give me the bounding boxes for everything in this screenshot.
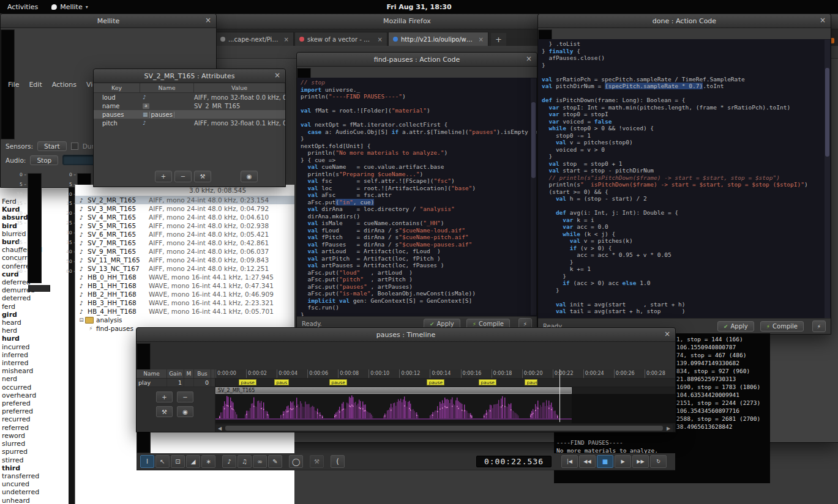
- dump-checkbox[interactable]: [71, 143, 78, 150]
- audio-file-row[interactable]: ♪HB_1_HH_T168WAVE, mono 16-int 44.1 kHz,…: [75, 281, 294, 290]
- column-header-key[interactable]: Key: [94, 83, 140, 92]
- close-icon[interactable]: ×: [378, 36, 383, 43]
- pause-marker[interactable]: paus: [525, 379, 537, 385]
- timeline-title-bar[interactable]: pauses : Timeline ×: [137, 328, 675, 342]
- wrench-icon[interactable]: ⚒: [156, 406, 173, 417]
- fast-forward-icon[interactable]: ▶▶: [632, 455, 649, 468]
- bolt-icon[interactable]: ⚡: [812, 321, 826, 332]
- patch-tool-icon[interactable]: ∞: [253, 455, 267, 468]
- text-tool-icon[interactable]: I: [140, 455, 154, 468]
- browser-tab[interactable]: http://v21.io/oulipo/word×: [388, 32, 488, 46]
- track-bus[interactable]: 0: [194, 379, 211, 387]
- audio-file-row[interactable]: ♪SV_11_MR_T165AIFF, mono 24-int 48.0 kHz…: [75, 256, 294, 264]
- mellite-menu-edit[interactable]: Edit: [24, 80, 47, 89]
- audio-file-row[interactable]: ♪HB_0_HH_T168WAVE, mono 16-int 44.1 kHz,…: [75, 273, 294, 281]
- wrench-icon[interactable]: ⚒: [194, 171, 211, 182]
- expander-icon[interactable]: ⊟: [78, 317, 85, 323]
- audio-file-row[interactable]: ♪HB_2_HH_T168WAVE, mono 16-int 44.1 kHz,…: [75, 290, 294, 298]
- pause-marker[interactable]: pause: [427, 379, 444, 385]
- audio-file-row[interactable]: ♪SV_7_MR_T165AIFF, mono 24-int 48.0 kHz,…: [75, 239, 294, 247]
- audio-file-row[interactable]: ♪SV_4_MR_T165AIFF, mono 24-int 48.0 kHz,…: [75, 213, 294, 221]
- playhead[interactable]: [559, 369, 560, 422]
- wrench-icon[interactable]: ⚒: [310, 455, 324, 468]
- close-icon[interactable]: ×: [284, 36, 289, 43]
- mute-tool-icon[interactable]: ♪: [222, 455, 236, 468]
- audio-file-row[interactable]: ♪SV_9_MR_T165AIFF, mono 24-int 48.0 kHz,…: [75, 247, 294, 256]
- audio-file-row[interactable]: ♪SV_3_MR_T165AIFF, mono 24-int 48.0 kHz,…: [75, 204, 294, 213]
- done-title-bar[interactable]: done : Action Code ×: [538, 14, 831, 28]
- scroll-left-icon[interactable]: ◀: [215, 426, 224, 431]
- pointer-tool-icon[interactable]: ↖: [155, 455, 170, 468]
- scrollbar-thumb[interactable]: [531, 102, 536, 178]
- audition-tool-icon[interactable]: ♫: [238, 455, 252, 468]
- audio-region[interactable]: SV_2_MR_T165: [215, 387, 572, 394]
- scrollbar-thumb[interactable]: [825, 68, 829, 157]
- audio-file-row[interactable]: ♪SV_6_MR_T165AIFF, mono 24-int 48.0 kHz,…: [75, 230, 294, 239]
- marker-lane[interactable]: pausepauspausepausepausepaus: [215, 379, 675, 387]
- attributes-title-bar[interactable]: SV_2_MR_T165 : Attributes ×: [94, 69, 285, 83]
- pause-marker[interactable]: pause: [239, 379, 256, 385]
- audio-stop-button[interactable]: Stop: [30, 155, 58, 165]
- skip-start-icon[interactable]: |◀: [561, 455, 578, 468]
- add-attribute-button[interactable]: +: [155, 171, 172, 182]
- close-icon[interactable]: ×: [274, 71, 280, 80]
- audio-file-row[interactable]: ♪SV_5_MR_T165AIFF, mono 24-int 48.0 kHz,…: [75, 221, 294, 230]
- remove-attribute-button[interactable]: −: [174, 171, 192, 182]
- audio-file-row[interactable]: ♪HB_3_HH_T168WAVE, mono 16-int 44.1 kHz,…: [75, 298, 294, 307]
- close-icon[interactable]: ×: [479, 36, 484, 43]
- new-tab-button[interactable]: +: [491, 33, 506, 46]
- track-mute[interactable]: [184, 379, 194, 387]
- scroll-right-icon[interactable]: ▶: [664, 426, 673, 431]
- tree-item-analysis[interactable]: ⊟analysis: [75, 316, 294, 324]
- column-header-gain[interactable]: Gain: [167, 369, 184, 378]
- timeline-canvas-area[interactable]: 0:00:000:00:020:00:040:00:060:00:080:00:…: [215, 369, 675, 432]
- clock[interactable]: Fri Aug 31, 18:30: [386, 3, 451, 11]
- audio-boost-toggle[interactable]: [62, 155, 95, 165]
- close-icon[interactable]: ×: [526, 54, 532, 63]
- column-header-bus[interactable]: Bus: [194, 369, 211, 378]
- column-header-mute[interactable]: M: [184, 369, 194, 378]
- gain-tool-icon[interactable]: ∗: [201, 455, 215, 468]
- track-gain[interactable]: 1: [167, 379, 184, 387]
- fade-tool-icon[interactable]: ◢: [186, 455, 200, 468]
- find-pauses-title-bar[interactable]: find-pauses : Action Code ×: [297, 53, 537, 67]
- open-paren-icon[interactable]: (: [331, 455, 345, 468]
- scrollbar[interactable]: [825, 40, 830, 318]
- time-ruler[interactable]: 0:00:000:00:020:00:040:00:060:00:080:00:…: [215, 369, 675, 379]
- pause-marker[interactable]: pause: [329, 379, 347, 385]
- meter-gain-slider[interactable]: [28, 285, 50, 292]
- horizontal-scrollbar[interactable]: ◀ ▶: [215, 424, 673, 432]
- remove-track-button[interactable]: −: [177, 391, 193, 402]
- sensors-start-button[interactable]: Start: [37, 141, 67, 151]
- attribute-row[interactable]: pauses▦pauses: [94, 110, 285, 119]
- activities-button[interactable]: Activities: [0, 3, 45, 11]
- stop-icon[interactable]: ■: [597, 455, 613, 468]
- close-icon[interactable]: ×: [820, 16, 826, 24]
- column-header-name[interactable]: Name: [137, 369, 167, 378]
- sonogram-lane[interactable]: [215, 394, 675, 423]
- compile-button[interactable]: ⚡Compile: [760, 321, 804, 332]
- attribute-row[interactable]: nameaSV_2_MR_T165: [94, 102, 285, 110]
- track-row[interactable]: play 1 0: [137, 379, 215, 387]
- attribute-row[interactable]: loud♪AIFF, mono 32-float 0.0 kHz, 0:…: [94, 93, 285, 102]
- audio-file-row[interactable]: ♪SV_2_MR_T165AIFF, mono 24-int 48.0 kHz,…: [75, 196, 294, 204]
- attribute-row[interactable]: pitch♪AIFF, mono 32-float 0.1 kHz, 0…: [94, 119, 285, 127]
- track-name[interactable]: play: [137, 379, 167, 387]
- add-track-button[interactable]: +: [156, 391, 173, 402]
- mellite-menu-file[interactable]: File: [3, 80, 24, 89]
- close-icon[interactable]: ×: [205, 16, 211, 24]
- browser-tab[interactable]: skew of a vector - Qwan...×: [294, 32, 387, 46]
- pause-marker[interactable]: paus: [274, 379, 289, 385]
- apply-button[interactable]: ✔Apply: [717, 321, 754, 332]
- code-editor[interactable]: // stopimport universe._println("----FIN…: [297, 78, 537, 317]
- scrollbar-thumb[interactable]: [225, 426, 663, 431]
- region-lane[interactable]: SV_2_MR_T165: [215, 387, 675, 394]
- eye-icon[interactable]: ◉: [241, 171, 258, 182]
- audio-file-row[interactable]: ♪HB_4_HH_T168WAVE, mono 16-int 44.1 kHz,…: [75, 307, 294, 316]
- column-header-name[interactable]: Name: [140, 83, 194, 92]
- play-icon[interactable]: ▶: [615, 455, 631, 468]
- close-icon[interactable]: ×: [664, 330, 670, 338]
- rewind-icon[interactable]: ◀◀: [579, 455, 596, 468]
- app-menu[interactable]: Mellite ▾: [45, 3, 94, 11]
- record-icon[interactable]: ◯: [289, 455, 303, 468]
